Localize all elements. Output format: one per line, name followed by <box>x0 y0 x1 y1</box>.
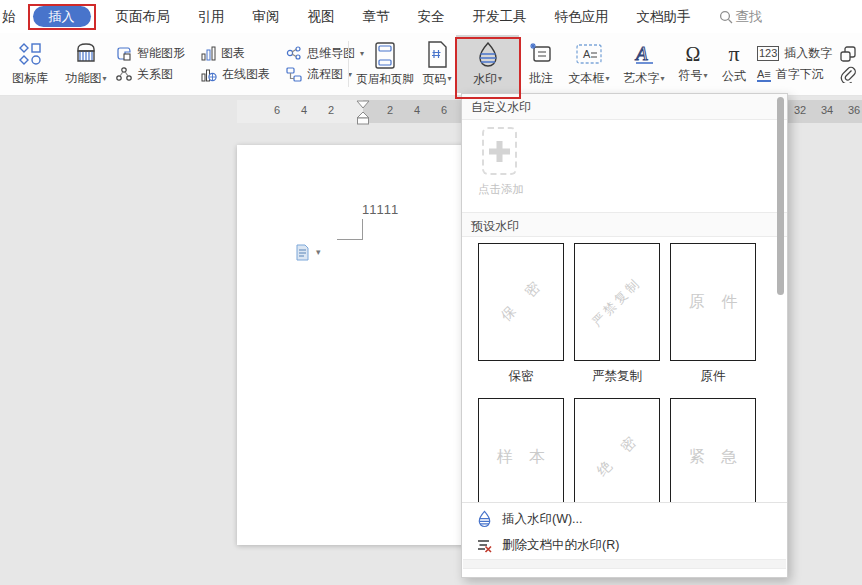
chevron-down-icon: ▾ <box>660 75 664 83</box>
symbol-button[interactable]: Ω 符号▾ <box>671 35 715 93</box>
indent-marker[interactable] <box>356 100 370 126</box>
panel-footer: 插入水印(W)... 删除文档中的水印(R) <box>462 502 787 577</box>
diagram-group: 智能图形 图表 思维导图 ▾ 关系图 <box>116 35 364 93</box>
object-icon <box>840 46 857 62</box>
tab-dev-tools[interactable]: 开发工具 <box>459 8 541 26</box>
preset-watermark-no-copy[interactable]: 严禁复制 <box>574 243 660 361</box>
tab-special-features[interactable]: 特色应用 <box>541 8 623 26</box>
tab-view[interactable]: 视图 <box>294 8 349 26</box>
header-footer-icon <box>373 42 397 69</box>
tab-insert[interactable]: 插入 <box>33 6 91 27</box>
plus-icon <box>489 141 510 162</box>
bar-chart-icon <box>201 46 216 61</box>
comment-button[interactable]: 批注 <box>521 35 561 93</box>
svg-text:A: A <box>583 48 591 60</box>
tab-section[interactable]: 章节 <box>349 8 404 26</box>
preset-watermark-urgent[interactable]: 紧 急 <box>670 398 756 516</box>
smart-graphic-icon <box>116 46 132 62</box>
add-watermark-label: 点击添加 <box>478 182 524 197</box>
tab-home-partial[interactable]: 始 <box>0 8 22 26</box>
preset-label: 原件 <box>670 368 756 385</box>
relation-diagram-icon <box>116 67 132 82</box>
flow-chart-icon <box>286 67 302 82</box>
edge-icons-group <box>840 35 857 93</box>
tab-page-layout[interactable]: 页面布局 <box>102 8 184 26</box>
body-text[interactable]: 11111 <box>362 202 399 217</box>
preset-watermark-original[interactable]: 原 件 <box>670 243 756 361</box>
object-button[interactable] <box>840 46 857 62</box>
menubar: 始 插入 页面布局 引用 审阅 视图 章节 安全 开发工具 特色应用 文档助手 … <box>0 0 862 33</box>
chevron-down-icon: ▾ <box>703 72 707 80</box>
insert-number-button[interactable]: 123 插入数字 <box>757 45 832 62</box>
preset-watermark-header: 预设水印 <box>462 212 787 237</box>
document-icon <box>295 244 310 261</box>
mind-map-icon <box>286 46 302 61</box>
search-icon <box>719 10 733 24</box>
relation-diagram-button[interactable]: 关系图 <box>116 66 185 83</box>
drop-cap-button[interactable]: A≡ 首字下沉 <box>757 66 832 83</box>
annotation-box-insert-tab: 插入 <box>28 4 96 30</box>
watermark-icon <box>476 510 493 528</box>
delete-watermark-menu-item[interactable]: 删除文档中的水印(R) <box>462 532 787 558</box>
watermark-button[interactable]: 水印▾ <box>456 35 519 93</box>
formula-button[interactable]: π 公式 <box>715 35 753 93</box>
attachment-button[interactable] <box>840 66 857 83</box>
ribbon-toolbar: 图标库 功能图▾ 智能图形 <box>0 33 862 96</box>
delete-watermark-icon <box>476 537 493 554</box>
wps-writer-window: 始 插入 页面布局 引用 审阅 视图 章节 安全 开发工具 特色应用 文档助手 … <box>0 0 862 585</box>
online-chart-icon <box>201 67 217 82</box>
chevron-down-icon: ▾ <box>447 75 451 83</box>
chevron-down-icon: ▾ <box>102 75 106 83</box>
chevron-down-icon: ▾ <box>316 248 321 257</box>
chevron-down-icon: ▾ <box>605 75 609 83</box>
chart-button[interactable]: 图表 <box>201 45 270 62</box>
panel-scrollbar[interactable] <box>777 97 784 295</box>
text-box-icon: A <box>575 41 603 67</box>
word-art-button[interactable]: A 艺术字▾ <box>617 35 671 93</box>
paperclip-icon <box>840 66 856 83</box>
tab-doc-assistant[interactable]: 文档助手 <box>623 8 705 26</box>
panel-footer-strip <box>463 559 786 569</box>
tab-security[interactable]: 安全 <box>404 8 459 26</box>
text-box-button[interactable]: A 文本框▾ <box>561 35 617 93</box>
smart-graphic-button[interactable]: 智能图形 <box>116 45 185 62</box>
preset-label: 保密 <box>478 368 564 385</box>
number-dropcap-group: 123 插入数字 A≡ 首字下沉 <box>757 35 832 93</box>
numbers-123-icon: 123 <box>757 46 779 61</box>
icon-library-button[interactable]: 图标库 <box>4 35 56 93</box>
toolbar-separator <box>348 41 349 87</box>
header-footer-button[interactable]: 页眉和页脚 <box>352 35 418 93</box>
omega-icon: Ω <box>686 44 701 64</box>
preset-watermark-sample[interactable]: 样 本 <box>478 398 564 516</box>
paste-options-button[interactable]: ▾ <box>295 244 321 261</box>
watermark-icon <box>475 41 501 68</box>
shapes-icon <box>17 41 43 67</box>
function-diagram-button[interactable]: 功能图▾ <box>58 35 114 93</box>
pi-icon: π <box>728 43 739 65</box>
find-button[interactable]: 查找 <box>705 8 777 26</box>
anchor-line <box>337 219 363 240</box>
drop-cap-icon: A≡ <box>757 68 771 82</box>
tab-review[interactable]: 审阅 <box>239 8 294 26</box>
watermark-dropdown-panel: 自定义水印 点击添加 预设水印 保 密 严禁复制 原 件 保密 严禁复制 原件 … <box>461 93 788 578</box>
svg-text:A: A <box>634 43 648 64</box>
preset-label: 严禁复制 <box>574 368 660 385</box>
add-watermark-button[interactable] <box>482 127 517 175</box>
tab-references[interactable]: 引用 <box>184 8 239 26</box>
word-art-icon: A <box>631 41 657 67</box>
online-chart-button[interactable]: 在线图表 <box>201 66 270 83</box>
comment-icon <box>528 41 554 67</box>
funnel-diagram-icon <box>73 41 99 67</box>
insert-watermark-menu-item[interactable]: 插入水印(W)... <box>462 506 787 532</box>
chevron-down-icon: ▾ <box>498 75 502 83</box>
custom-watermark-header: 自定义水印 <box>462 94 787 120</box>
preset-watermark-confidential[interactable]: 保 密 <box>478 243 564 361</box>
preset-watermark-top-secret[interactable]: 绝 密 <box>574 398 660 516</box>
page-number-button[interactable]: 页码▾ <box>418 35 456 93</box>
page-number-icon <box>425 41 449 68</box>
